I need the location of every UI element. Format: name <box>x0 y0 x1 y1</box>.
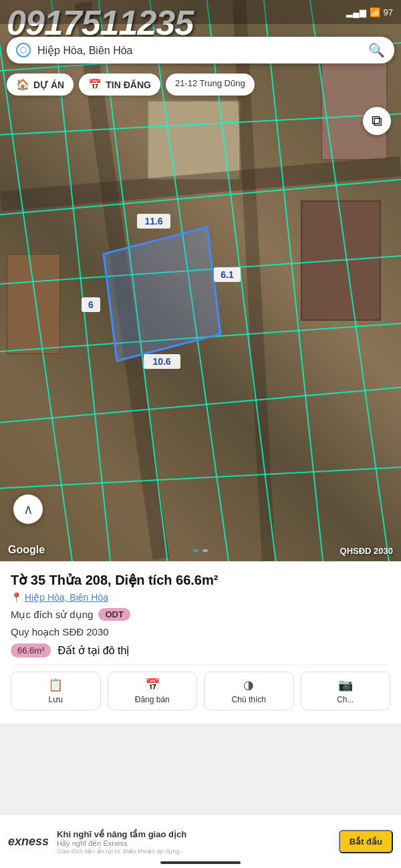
zoom-up-button[interactable]: ∧ <box>13 494 43 524</box>
ad-start-button[interactable]: Bắt đầu <box>339 830 393 853</box>
tab-trung-dung[interactable]: 21-12 Trung Dũng <box>166 74 255 96</box>
svg-rect-3 <box>214 267 241 282</box>
pin-icon: 📍 <box>11 592 22 603</box>
post-icon: 📅 <box>145 678 160 692</box>
tab-tin-dang[interactable]: 📅 TIN ĐĂNG <box>79 74 160 96</box>
signal-icon: ▂▄▆ <box>346 7 366 17</box>
tab-trung-dung-label: 21-12 Trung Dũng <box>175 78 245 88</box>
ad-sub-text: Hãy nghĩ đến Exness <box>57 839 331 848</box>
search-bar-container: Hiệp Hòa, Biên Hòa 🔍 <box>7 37 394 63</box>
svg-text:6.1: 6.1 <box>221 269 234 280</box>
search-text: Hiệp Hòa, Biên Hòa <box>37 44 362 57</box>
battery-icon: 97 <box>384 7 393 17</box>
building-4 <box>7 254 60 354</box>
ad-banner: exness Khi nghĩ về nâng tầm giao dịch Hã… <box>0 815 401 868</box>
calendar-icon: 📅 <box>88 78 102 91</box>
save-icon: 📋 <box>48 678 63 692</box>
action-bar: 📋 Lưu 📅 Đăng bán ◑ Chú thích 📷 Ch... <box>11 664 390 716</box>
progress-dot-active <box>193 549 198 552</box>
building-3 <box>301 200 381 321</box>
planning-row: Quy hoạch SĐĐ 2030 <box>11 626 390 638</box>
location-icon <box>16 43 31 57</box>
layers-icon: ⧉ <box>372 112 382 130</box>
tab-tin-dang-label: TIN ĐĂNG <box>106 80 151 90</box>
svg-text:11.6: 11.6 <box>144 216 162 227</box>
tab-bar: 🏠 DỰ ÁN 📅 TIN ĐĂNG 21-12 Trung Dũng <box>7 74 255 96</box>
chu-thich-button[interactable]: ◑ Chú thích <box>204 672 294 710</box>
dang-ban-button[interactable]: 📅 Đăng bán <box>108 672 198 710</box>
google-watermark: Google <box>8 544 45 556</box>
planning-label: Quy hoạch SĐĐ 2030 <box>11 626 109 638</box>
home-indicator <box>160 861 241 864</box>
ad-logo: exness <box>8 835 49 849</box>
chu-thich-label: Chú thích <box>232 695 266 704</box>
qhsdd-watermark: QHSĐD 2030 <box>340 546 393 556</box>
chup-button[interactable]: 📷 Ch... <box>301 672 391 710</box>
building-1 <box>147 100 241 180</box>
tab-du-an[interactable]: 🏠 DỰ ÁN <box>7 74 74 96</box>
purpose-label: Mục đích sử dụng <box>11 609 93 621</box>
info-panel: Tờ 35 Thửa 208, Diện tích 66.6m² 📍 Hiệp … <box>0 561 401 724</box>
dang-ban-label: Đăng bán <box>135 695 170 704</box>
purpose-row: Mục đích sử dụng ODT <box>11 608 390 621</box>
progress-dot-inactive <box>203 549 208 552</box>
search-icon[interactable]: 🔍 <box>368 42 385 58</box>
chup-label: Ch... <box>337 695 354 704</box>
tab-du-an-label: DỰ ÁN <box>33 80 64 90</box>
status-icons: ▂▄▆ 📶 97 <box>346 7 393 17</box>
annotate-icon: ◑ <box>243 678 254 692</box>
ad-text-block: Khi nghĩ về nâng tầm giao dịch Hãy nghĩ … <box>57 829 331 855</box>
layer-toggle-button[interactable]: ⧉ <box>363 107 391 135</box>
camera-icon: 📷 <box>338 678 353 692</box>
svg-text:10.6: 10.6 <box>152 356 170 367</box>
svg-rect-7 <box>144 354 180 369</box>
search-bar[interactable]: Hiệp Hòa, Biên Hòa 🔍 <box>7 37 394 63</box>
area-desc: Đất ở tại đô thị <box>57 644 129 657</box>
luu-label: Lưu <box>49 695 63 704</box>
status-bar: ▂▄▆ 📶 97 <box>0 0 401 24</box>
wifi-icon: 📶 <box>370 7 380 17</box>
ad-fine-print: Giao dịch tiền ẩn rủi ro. Điều khoản áp … <box>57 848 331 855</box>
location-row: 📍 Hiệp Hòa, Biên Hòa <box>11 592 390 603</box>
svg-text:6: 6 <box>88 299 94 310</box>
odt-badge: ODT <box>98 608 130 621</box>
svg-rect-5 <box>82 297 100 312</box>
svg-rect-1 <box>137 214 170 229</box>
property-title: Tờ 35 Thửa 208, Diện tích 66.6m² <box>11 572 390 588</box>
luu-button[interactable]: 📋 Lưu <box>11 672 101 710</box>
area-row: 66.6m² Đất ở tại đô thị <box>11 643 390 658</box>
area-badge: 66.6m² <box>11 643 51 658</box>
location-text[interactable]: Hiệp Hòa, Biên Hòa <box>25 592 108 603</box>
home-icon: 🏠 <box>16 78 29 91</box>
chevron-up-icon: ∧ <box>23 501 33 517</box>
ad-main-text: Khi nghĩ về nâng tầm giao dịch <box>57 829 331 839</box>
